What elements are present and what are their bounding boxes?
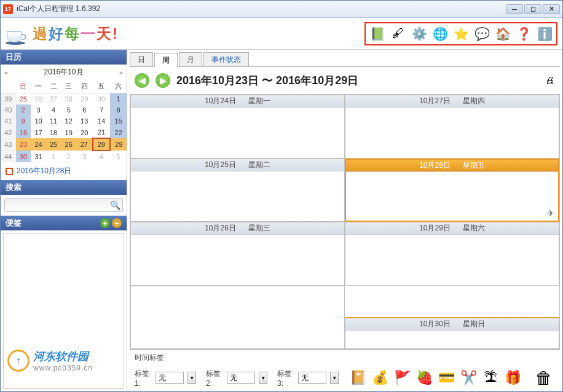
calendar-day[interactable]: 14	[93, 116, 111, 127]
calendar-day[interactable]: 10	[31, 116, 46, 127]
calendar-day[interactable]: 19	[61, 127, 76, 138]
info-icon[interactable]: ℹ️	[537, 26, 553, 42]
maximize-button[interactable]: ◻	[524, 4, 541, 14]
calendar-day[interactable]: 6	[76, 104, 93, 116]
prev-month-button[interactable]: «	[4, 69, 8, 76]
memo-body[interactable]	[3, 233, 124, 389]
trash-icon[interactable]: 🗑	[533, 367, 555, 389]
calendar-day[interactable]: 4	[46, 104, 61, 116]
calendar-day[interactable]: 1	[110, 93, 127, 105]
calendar-day[interactable]: 26	[31, 93, 46, 105]
calendar-day[interactable]: 11	[46, 116, 61, 127]
calendar-day[interactable]: 27	[46, 93, 61, 105]
week-number: 42	[1, 127, 16, 138]
today-box-icon	[6, 168, 13, 175]
calendar-day[interactable]: 2	[16, 104, 31, 116]
tag-dropdown[interactable]: ▾	[187, 372, 196, 384]
calendar-day[interactable]: 15	[110, 116, 127, 127]
tab-事件状态[interactable]: 事件状态	[203, 52, 249, 66]
home-icon[interactable]: 🏠	[495, 26, 511, 42]
palm-icon[interactable]: 🏝	[481, 369, 500, 387]
day-cell[interactable]: 10月29日星期六	[345, 222, 559, 286]
calendar-day[interactable]: 2	[61, 151, 76, 162]
calendar-day[interactable]: 30	[93, 93, 111, 105]
close-button[interactable]: ✕	[543, 4, 560, 14]
calendar-day[interactable]: 5	[61, 104, 76, 116]
tab-周[interactable]: 周	[154, 53, 178, 67]
app-icon: 17	[3, 4, 13, 14]
book-icon[interactable]: 📔	[348, 369, 367, 387]
tab-日[interactable]: 日	[130, 52, 153, 66]
calendar-day[interactable]: 31	[31, 151, 46, 162]
calendar-day[interactable]: 13	[76, 116, 93, 127]
gift-icon[interactable]: 🎁	[503, 369, 522, 387]
calendar-day[interactable]: 8	[110, 104, 127, 116]
calendar-day[interactable]: 4	[93, 151, 111, 162]
search-input[interactable]	[4, 198, 123, 212]
prev-week-button[interactable]: ◀	[135, 73, 149, 88]
calendar-day[interactable]: 17	[31, 127, 46, 138]
calendar-day[interactable]: 18	[46, 127, 61, 138]
calendar-day[interactable]: 3	[31, 104, 46, 116]
tag-input[interactable]	[298, 372, 326, 384]
calendar-day[interactable]: 23	[16, 138, 31, 151]
calendar-day[interactable]: 1	[46, 151, 61, 162]
search-icon[interactable]: 🔍	[110, 200, 120, 210]
calendar-day[interactable]: 5	[110, 151, 127, 162]
memo-add-button[interactable]: +	[100, 218, 110, 228]
globe-icon[interactable]: 🌐	[432, 26, 448, 42]
strawberry-icon[interactable]: 🍓	[415, 369, 433, 387]
day-cell[interactable]	[130, 286, 345, 350]
week-number: 39	[1, 93, 16, 105]
money-icon[interactable]: 💰	[371, 369, 389, 387]
ink-icon[interactable]: 🖋	[390, 26, 406, 42]
calendar-day[interactable]: 28	[61, 93, 76, 105]
calendar-day[interactable]: 27	[76, 138, 93, 151]
calendar-day[interactable]: 7	[93, 104, 111, 116]
card-icon[interactable]: 💳	[437, 369, 455, 387]
calendar-day[interactable]: 29	[110, 138, 127, 151]
calendar-day[interactable]: 29	[76, 93, 93, 105]
calendar-day[interactable]: 20	[76, 127, 93, 138]
calendar-day[interactable]: 9	[16, 116, 31, 127]
chat-icon[interactable]: 💬	[474, 26, 490, 42]
dow-header: 二	[46, 80, 61, 93]
gear-icon[interactable]: ⚙️	[411, 26, 427, 42]
day-cell[interactable]: 10月25日星期二	[130, 159, 345, 222]
next-month-button[interactable]: »	[119, 69, 123, 76]
memo-del-button[interactable]: −	[112, 218, 122, 228]
calendar-day[interactable]: 28	[93, 138, 111, 151]
calendar-day[interactable]: 22	[110, 127, 127, 138]
memo-panel-header: 便签 + −	[1, 216, 127, 230]
minimize-button[interactable]: ─	[506, 4, 523, 14]
print-icon[interactable]: 🖨	[545, 75, 555, 86]
scissors-icon[interactable]: ✂️	[459, 369, 478, 387]
day-cell[interactable]: 10月26日星期三	[130, 222, 345, 286]
calendar-day[interactable]: 30	[16, 151, 31, 162]
tag-dropdown[interactable]: ▾	[330, 372, 339, 384]
day-cell[interactable]: 10月24日星期一	[130, 95, 345, 159]
day-cell[interactable]: 10月30日星期日	[345, 317, 559, 349]
notebook-icon[interactable]: 📗	[369, 26, 385, 42]
help-icon[interactable]: ❓	[516, 26, 532, 42]
cup-icon	[6, 23, 28, 45]
calendar-day[interactable]: 26	[61, 138, 76, 151]
calendar-day[interactable]: 12	[61, 116, 76, 127]
calendar-day[interactable]: 24	[31, 138, 46, 151]
tab-月[interactable]: 月	[179, 52, 202, 66]
calendar-day[interactable]: 16	[16, 127, 31, 138]
week-number: 40	[1, 104, 16, 116]
calendar-day[interactable]: 3	[76, 151, 93, 162]
day-cell[interactable]: 10月27日星期四	[345, 95, 559, 159]
next-week-button[interactable]: ▶	[156, 73, 170, 88]
tag-dropdown[interactable]: ▾	[259, 372, 267, 384]
today-link[interactable]: 2016年10月28日	[1, 162, 127, 180]
tag-input[interactable]	[156, 372, 184, 384]
flag-icon[interactable]: 🚩	[393, 369, 411, 387]
tag-input[interactable]	[227, 372, 255, 384]
day-cell[interactable]: 10月28日星期五✈	[345, 159, 559, 222]
calendar-day[interactable]: 25	[16, 93, 31, 105]
calendar-day[interactable]: 25	[46, 138, 61, 151]
star-icon[interactable]: ⭐	[453, 26, 469, 42]
calendar-day[interactable]: 21	[93, 127, 111, 138]
